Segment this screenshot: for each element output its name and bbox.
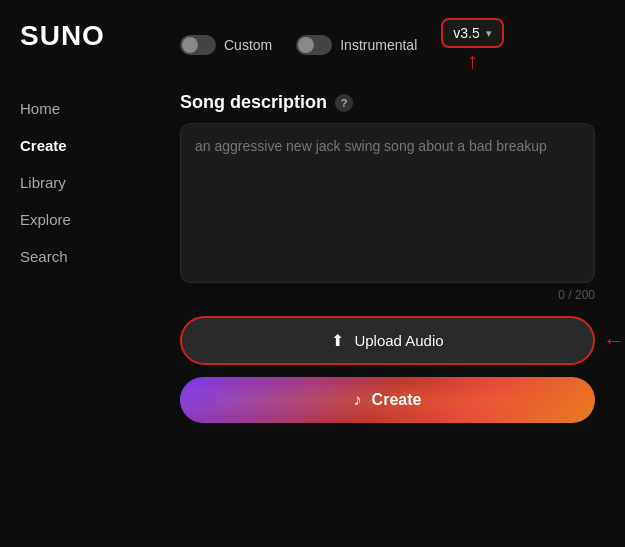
main-content: Custom Instrumental v3.5 ▾ ↑ Song descri… (160, 0, 625, 547)
chevron-down-icon: ▾ (486, 27, 492, 40)
instrumental-toggle[interactable] (296, 35, 332, 55)
custom-toggle[interactable] (180, 35, 216, 55)
nav-item-home[interactable]: Home (20, 92, 140, 125)
nav-item-create[interactable]: Create (20, 129, 140, 162)
create-button[interactable]: ♪ Create (180, 377, 595, 423)
create-label: Create (372, 391, 422, 409)
instrumental-toggle-group: Instrumental (296, 35, 417, 55)
nav-item-library[interactable]: Library (20, 166, 140, 199)
custom-toggle-knob (182, 37, 198, 53)
help-icon[interactable]: ? (335, 94, 353, 112)
top-controls-bar: Custom Instrumental v3.5 ▾ ↑ (180, 18, 595, 72)
version-selector[interactable]: v3.5 ▾ (441, 18, 503, 48)
upload-audio-button[interactable]: ⬆ Upload Audio (180, 316, 595, 365)
version-label: v3.5 (453, 25, 479, 41)
navigation: Home Create Library Explore Search (20, 92, 140, 277)
instrumental-toggle-knob (298, 37, 314, 53)
section-title-row: Song description ? (180, 92, 595, 113)
arrow-left-annotation: ← (603, 328, 625, 354)
custom-label: Custom (224, 37, 272, 53)
app-logo: SUNO (20, 20, 140, 52)
upload-audio-label: Upload Audio (354, 332, 443, 349)
upload-icon: ⬆ (331, 331, 344, 350)
char-count: 0 / 200 (180, 288, 595, 302)
version-col: v3.5 ▾ ↑ (441, 18, 503, 72)
upload-audio-wrapper: ⬆ Upload Audio ← (180, 316, 595, 365)
song-description-title: Song description (180, 92, 327, 113)
arrow-up-annotation: ↑ (467, 50, 478, 72)
instrumental-label: Instrumental (340, 37, 417, 53)
custom-toggle-group: Custom (180, 35, 272, 55)
sidebar: SUNO Home Create Library Explore Search (0, 0, 160, 547)
nav-item-explore[interactable]: Explore (20, 203, 140, 236)
song-description-input[interactable] (180, 123, 595, 283)
music-icon: ♪ (354, 391, 362, 409)
nav-item-search[interactable]: Search (20, 240, 140, 273)
